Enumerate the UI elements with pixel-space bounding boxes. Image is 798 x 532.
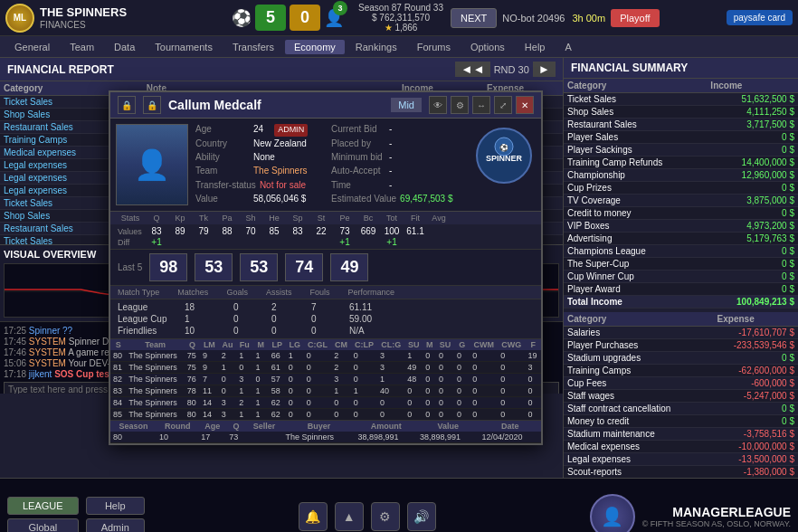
score-mid: 0: [290, 5, 320, 31]
transfer-table: SeasonRoundAgeQSellerBuyerAmountValueDat…: [110, 421, 541, 443]
table-row: Medical expenses-10,000,000 $: [564, 441, 798, 453]
col-category: Category: [564, 312, 714, 327]
admin-btn[interactable]: Admin: [86, 518, 145, 533]
notification-icon[interactable]: 🔔: [299, 502, 328, 531]
popup-lock2-icon: 🔒: [143, 96, 161, 114]
season-table-container: STeamQLMAuFuMLPLGC:GLCMC:LPCL:GSUMSUGCWM…: [110, 338, 541, 420]
settings-icon[interactable]: ⚙: [371, 502, 400, 531]
info-autoaccept: Auto-Accept -: [331, 166, 465, 177]
info-team: Team The Spinners: [195, 166, 329, 177]
popup-player-name: Callum Medcalf: [168, 98, 384, 112]
svg-text:⚽: ⚽: [499, 143, 508, 152]
sound-icon[interactable]: 🔊: [407, 502, 436, 531]
info-age: Age 24 ADMIN: [195, 124, 329, 137]
table-row: 83The Spinners7811011580011400000000: [110, 385, 541, 397]
table-row: Training Camp Refunds14,400,000 $: [564, 157, 798, 169]
table-row: Staff contract cancellation0 $: [564, 403, 798, 415]
league-btn[interactable]: LEAGUE: [7, 497, 79, 515]
fin-sum-income-table: Category Income Ticket Sales51,632,500 $…: [564, 79, 798, 309]
table-row: 80The Spinners759211661020310000019: [110, 350, 541, 362]
nav-transfers[interactable]: Transfers: [223, 40, 283, 54]
rnd-prev-btn[interactable]: ◄◄: [455, 62, 489, 77]
rnd-next-btn[interactable]: ►: [533, 62, 556, 77]
last5-val1: 98: [149, 253, 187, 281]
paysafe-badge[interactable]: paysafe card: [727, 10, 793, 25]
table-row: Restaurant Sales3,717,500 $: [564, 119, 798, 131]
manager-avatar: 👤: [590, 494, 635, 533]
popup-eye-icon[interactable]: 👁: [429, 96, 447, 114]
table-row: 80101773 The Spinners 38,898,99138,898,9…: [110, 432, 541, 443]
playoff-button[interactable]: Playoff: [611, 9, 659, 27]
nav-data[interactable]: Data: [105, 40, 144, 54]
table-row: Credit to money0 $: [564, 207, 798, 220]
help-btn[interactable]: Help: [86, 497, 145, 515]
col-income: Income: [707, 79, 798, 93]
table-row: Player Purchases-233,539,546 $: [564, 339, 798, 352]
player-popup: 🔒 🔒 Callum Medcalf Mid 👁 ⚙ ↔ ⤢ ✕ 👤 Age 2…: [109, 90, 543, 445]
table-row: Player Sales0 $: [564, 131, 798, 144]
table-row: Champions League0 $: [564, 245, 798, 258]
info-estvalue: Estimated Value 69,457,503 $: [331, 194, 465, 205]
top-header: ML THE SPINNERS FINANCES ⚽ 5 0 👤 3 Seaso…: [0, 0, 798, 36]
table-row: Cup Prizes0 $: [564, 182, 798, 195]
table-row: Ticket Sales51,632,500 $: [564, 93, 798, 106]
popup-transfer-icon[interactable]: ↔: [472, 96, 490, 114]
nav-a[interactable]: A: [556, 40, 580, 54]
table-row: Training Camps-62,600,000 $: [564, 365, 798, 377]
info-ability: Ability None: [195, 152, 329, 164]
table-row: Championship12,960,000 $: [564, 169, 798, 182]
app-logo: ML: [5, 4, 34, 33]
logo-area: ML THE SPINNERS FINANCES: [5, 4, 223, 33]
table-row: Cup Fees-600,000 $: [564, 377, 798, 390]
info-placed: Placed by -: [331, 138, 465, 150]
match-stats: League1802761.11 League Cup100059.00 Fri…: [110, 299, 541, 338]
popup-header: 🔒 🔒 Callum Medcalf Mid 👁 ⚙ ↔ ⤢ ✕: [110, 92, 541, 119]
bottom-nav: LEAGUE Global Help Admin 🔔 ▲ ⚙ 🔊 👤 MANAG…: [0, 478, 798, 532]
score-area: ⚽ 5 0 👤 3 Season 87 Round 33 $ 762,311,5…: [232, 3, 443, 33]
col-category: Category: [564, 79, 707, 93]
app-subtitle: FINANCES: [40, 20, 127, 30]
table-row: Player Sackings0 $: [564, 144, 798, 157]
transfer-table-container: SeasonRoundAgeQSellerBuyerAmountValueDat…: [110, 420, 541, 443]
popup-close-icon[interactable]: ✕: [516, 96, 534, 114]
col-expense: Expense: [714, 312, 798, 327]
last5-val2: 53: [195, 253, 233, 281]
table-row: Legal expenses-13,500,000 $: [564, 453, 798, 466]
info-transfer: Transfer-status Not for sale: [195, 180, 329, 192]
table-row: Scout-reports-1,380,000 $: [564, 466, 798, 479]
arrow-up-icon[interactable]: ▲: [335, 502, 364, 531]
nav-options[interactable]: Options: [461, 40, 514, 54]
nav-help[interactable]: Help: [516, 40, 555, 54]
nav-tournaments[interactable]: Tournaments: [146, 40, 222, 54]
fin-summary-header: FINANCIAL SUMMARY: [564, 58, 798, 79]
next-button[interactable]: NEXT: [451, 8, 497, 28]
app-title: THE SPINNERS: [40, 5, 127, 20]
nav-team[interactable]: Team: [61, 40, 103, 54]
nav-economy[interactable]: Economy: [285, 40, 345, 54]
popup-expand-icon[interactable]: ⤢: [494, 96, 512, 114]
popup-gear-icon[interactable]: ⚙: [451, 96, 469, 114]
last5-val4: 74: [285, 253, 323, 281]
table-row: Money to credit0 $: [564, 415, 798, 428]
nav-rankings[interactable]: Rankings: [347, 40, 406, 54]
right-panel: FINANCIAL SUMMARY Category Income Ticket…: [563, 58, 798, 478]
ml-subtitle: © FIFTH SEASON AS, OSLO, NORWAY.: [642, 519, 791, 528]
info-bid: Current Bid -: [331, 124, 465, 137]
table-row: Shop Sales4,111,250 $: [564, 106, 798, 119]
table-row: 81The Spinners759101610020349000003: [110, 362, 541, 374]
fin-report-header: FINANCIAL REPORT ◄◄ RND 30 ►: [0, 58, 563, 81]
table-row: Stadium maintenance-3,758,516 $: [564, 428, 798, 441]
stats-values-row: Values 83 89 79 88 70 85 83 22 73 669 10…: [110, 224, 541, 250]
last5-val5: 49: [330, 253, 368, 281]
nav-general[interactable]: General: [5, 40, 59, 54]
fin-report-title: FINANCIAL REPORT: [7, 63, 455, 76]
global-btn[interactable]: Global: [7, 518, 79, 533]
total-income-row: Total Income100,849,213 $: [564, 296, 798, 309]
main-area: FINANCIAL REPORT ◄◄ RND 30 ► Category No…: [0, 58, 798, 478]
info-time: Time -: [331, 180, 465, 192]
table-row: Advertising5,179,763 $: [564, 233, 798, 245]
bottom-right: 👤 MANAGERLEAGUE © FIFTH SEASON AS, OSLO,…: [590, 494, 791, 533]
nav-forums[interactable]: Forums: [408, 40, 460, 54]
rnd-controls: ◄◄ RND 30 ►: [455, 62, 556, 77]
ml-logo: MANAGERLEAGUE: [642, 505, 791, 519]
